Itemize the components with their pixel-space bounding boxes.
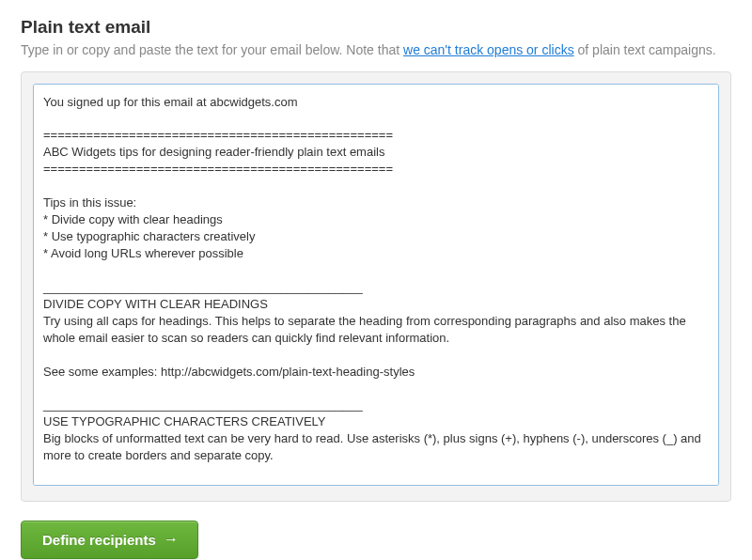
define-recipients-label: Define recipients: [42, 532, 156, 548]
email-body-textarea[interactable]: [33, 84, 719, 486]
define-recipients-button[interactable]: Define recipients →: [21, 521, 198, 559]
page-container: Plain text email Type in or copy and pas…: [0, 0, 752, 560]
arrow-right-icon: →: [164, 532, 179, 547]
page-title: Plain text email: [21, 17, 731, 38]
page-subtitle: Type in or copy and paste the text for y…: [21, 41, 731, 60]
tracking-help-link[interactable]: we can't track opens or clicks: [403, 42, 574, 57]
editor-panel: [21, 71, 731, 502]
subtitle-suffix: of plain text campaigns.: [574, 42, 716, 57]
subtitle-prefix: Type in or copy and paste the text for y…: [21, 42, 403, 57]
textarea-wrapper: [33, 84, 719, 490]
